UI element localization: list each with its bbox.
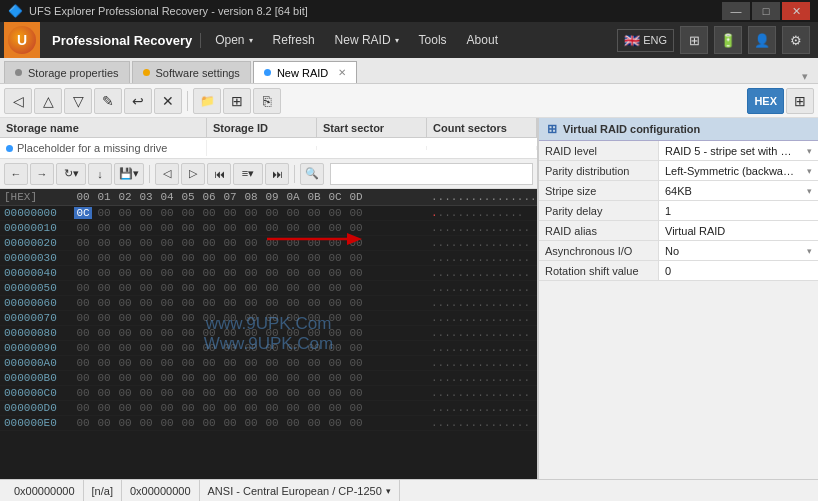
raid-field-value[interactable]: No▾ (659, 241, 818, 260)
hex-byte-cell[interactable]: 00 (137, 387, 155, 399)
hex-byte-cell[interactable]: 00 (95, 312, 113, 324)
hex-byte-cell[interactable]: 00 (200, 267, 218, 279)
hex-byte-cell[interactable]: 00 (221, 237, 239, 249)
hex-byte-cell[interactable]: 00 (74, 252, 92, 264)
hex-byte-cell[interactable]: 00 (347, 282, 365, 294)
hex-byte-cell[interactable]: 00 (137, 342, 155, 354)
hex-byte-cell[interactable]: 00 (179, 372, 197, 384)
title-bar-controls[interactable]: — □ ✕ (722, 2, 810, 20)
hex-byte-cell[interactable]: 00 (221, 327, 239, 339)
toolbar-folder-button[interactable]: 📁 (193, 88, 221, 114)
hex-byte-cell[interactable]: 00 (158, 222, 176, 234)
hex-byte-cell[interactable]: 00 (221, 372, 239, 384)
hex-byte-cell[interactable]: 00 (200, 237, 218, 249)
hex-nav-back[interactable]: ← (4, 163, 28, 185)
hex-byte-cell[interactable]: 00 (305, 267, 323, 279)
hex-byte-cell[interactable]: 00 (74, 387, 92, 399)
menu-item-refresh[interactable]: Refresh (263, 27, 325, 53)
hex-byte-cell[interactable]: 00 (326, 357, 344, 369)
hex-byte-cell[interactable]: 00 (74, 282, 92, 294)
minimize-button[interactable]: — (722, 2, 750, 20)
hex-byte-cell[interactable]: 00 (200, 327, 218, 339)
toolbar-back-button[interactable]: ◁ (4, 88, 32, 114)
hex-nav-search[interactable]: 🔍 (300, 163, 324, 185)
hex-byte-cell[interactable]: 00 (221, 387, 239, 399)
restore-button[interactable]: □ (752, 2, 780, 20)
hex-byte-cell[interactable]: 00 (179, 282, 197, 294)
hex-byte-cell[interactable]: 00 (263, 357, 281, 369)
hex-byte-cell[interactable]: 00 (305, 207, 323, 219)
hex-byte-cell[interactable]: 00 (179, 297, 197, 309)
hex-byte-cell[interactable]: 00 (284, 267, 302, 279)
hex-nav-next[interactable]: ▷ (181, 163, 205, 185)
hex-byte-cell[interactable]: 00 (242, 387, 260, 399)
hex-byte-cell[interactable]: 00 (242, 252, 260, 264)
hex-byte-cell[interactable]: 00 (221, 417, 239, 429)
hex-byte-cell[interactable]: 00 (242, 312, 260, 324)
battery-icon-btn[interactable]: 🔋 (714, 26, 742, 54)
hex-byte-cell[interactable]: 00 (242, 402, 260, 414)
hex-byte-cell[interactable]: 00 (200, 417, 218, 429)
hex-byte-cell[interactable]: 00 (284, 282, 302, 294)
hex-byte-cell[interactable]: 00 (263, 387, 281, 399)
hex-byte-cell[interactable]: 00 (116, 222, 134, 234)
hex-byte-cell[interactable]: 00 (221, 282, 239, 294)
hex-byte-cell[interactable]: 00 (347, 207, 365, 219)
hex-byte-cell[interactable]: 00 (284, 312, 302, 324)
hex-byte-cell[interactable]: 00 (284, 222, 302, 234)
hex-byte-cell[interactable]: 00 (347, 222, 365, 234)
hex-nav-down[interactable]: ↓ (88, 163, 112, 185)
hex-byte-cell[interactable]: 00 (137, 327, 155, 339)
hex-byte-cell[interactable]: 00 (158, 327, 176, 339)
toolbar-grid-button[interactable]: ⊞ (786, 88, 814, 114)
hex-byte-cell[interactable]: 00 (179, 402, 197, 414)
hex-byte-cell[interactable]: 00 (179, 312, 197, 324)
hex-data-row[interactable]: 000000E00000000000000000000000000000....… (0, 416, 537, 431)
hex-data-row[interactable]: 000000900000000000000000000000000000....… (0, 341, 537, 356)
hex-byte-cell[interactable]: 00 (326, 417, 344, 429)
hex-byte-cell[interactable]: 00 (305, 282, 323, 294)
hex-byte-cell[interactable]: 00 (200, 357, 218, 369)
hex-byte-cell[interactable]: 00 (74, 297, 92, 309)
hex-data-row[interactable]: 000000700000000000000000000000000000....… (0, 311, 537, 326)
hex-byte-cell[interactable]: 00 (179, 222, 197, 234)
hex-byte-cell[interactable]: 00 (158, 237, 176, 249)
hex-byte-cell[interactable]: 00 (263, 237, 281, 249)
hex-byte-cell[interactable]: 00 (221, 222, 239, 234)
hex-byte-cell[interactable]: 00 (137, 417, 155, 429)
hex-byte-cell[interactable]: 00 (179, 342, 197, 354)
hex-byte-cell[interactable]: 00 (221, 267, 239, 279)
hex-byte-cell[interactable]: 00 (347, 342, 365, 354)
menu-item-open[interactable]: Open ▾ (205, 27, 262, 53)
hex-byte-cell[interactable]: 00 (221, 357, 239, 369)
hex-byte-cell[interactable]: 00 (74, 357, 92, 369)
hex-byte-cell[interactable]: 00 (95, 207, 113, 219)
hex-byte-cell[interactable]: 00 (263, 207, 281, 219)
hex-byte-cell[interactable]: 00 (179, 267, 197, 279)
hex-byte-cell[interactable]: 00 (179, 252, 197, 264)
hex-byte-cell[interactable]: 00 (137, 282, 155, 294)
tab-software-settings[interactable]: Software settings (132, 61, 251, 83)
close-button[interactable]: ✕ (782, 2, 810, 20)
hex-byte-cell[interactable]: 00 (116, 372, 134, 384)
hex-byte-cell[interactable]: 00 (179, 387, 197, 399)
hex-byte-cell[interactable]: 00 (200, 297, 218, 309)
hex-byte-cell[interactable]: 00 (116, 342, 134, 354)
tab-new-raid[interactable]: New RAID ✕ (253, 61, 357, 83)
hex-byte-cell[interactable]: 00 (137, 357, 155, 369)
hex-byte-cell[interactable]: 00 (158, 357, 176, 369)
hex-data-row[interactable]: 000000200000000000000000000000000000....… (0, 236, 537, 251)
hex-byte-cell[interactable]: 00 (116, 237, 134, 249)
menu-item-about[interactable]: About (457, 27, 508, 53)
settings-icon-btn[interactable]: ⚙ (782, 26, 810, 54)
toolbar-export-button[interactable]: ⎘ (253, 88, 281, 114)
hex-byte-cell[interactable]: 00 (95, 417, 113, 429)
hex-data-row[interactable]: 000000A00000000000000000000000000000....… (0, 356, 537, 371)
hex-data-row[interactable]: 000000D00000000000000000000000000000....… (0, 401, 537, 416)
hex-byte-cell[interactable]: 00 (158, 387, 176, 399)
hex-nav-prev[interactable]: ◁ (155, 163, 179, 185)
hex-byte-cell[interactable]: 00 (347, 357, 365, 369)
raid-field-dropdown-arrow[interactable]: ▾ (807, 186, 812, 196)
hex-byte-cell[interactable]: 00 (284, 342, 302, 354)
hex-byte-cell[interactable]: 00 (116, 387, 134, 399)
